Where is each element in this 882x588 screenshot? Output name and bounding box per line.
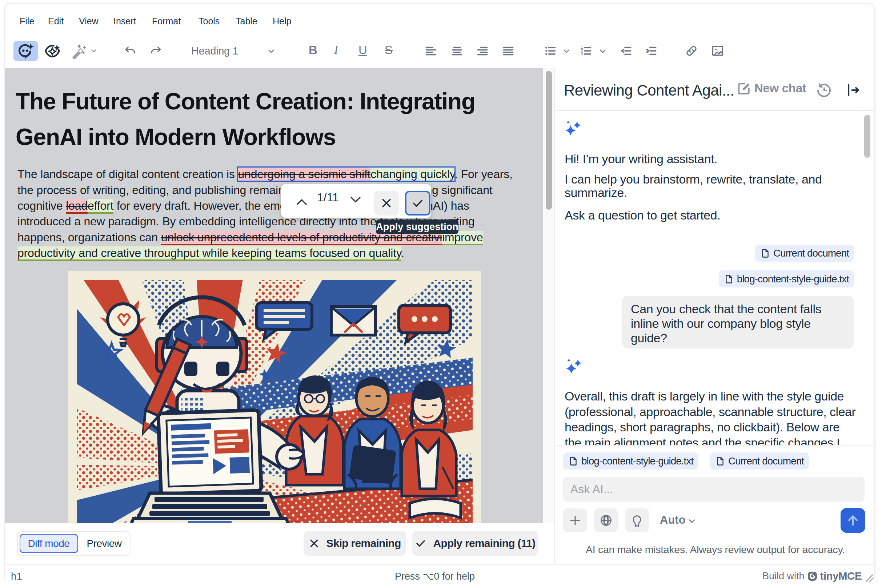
svg-text:3: 3: [581, 52, 583, 56]
